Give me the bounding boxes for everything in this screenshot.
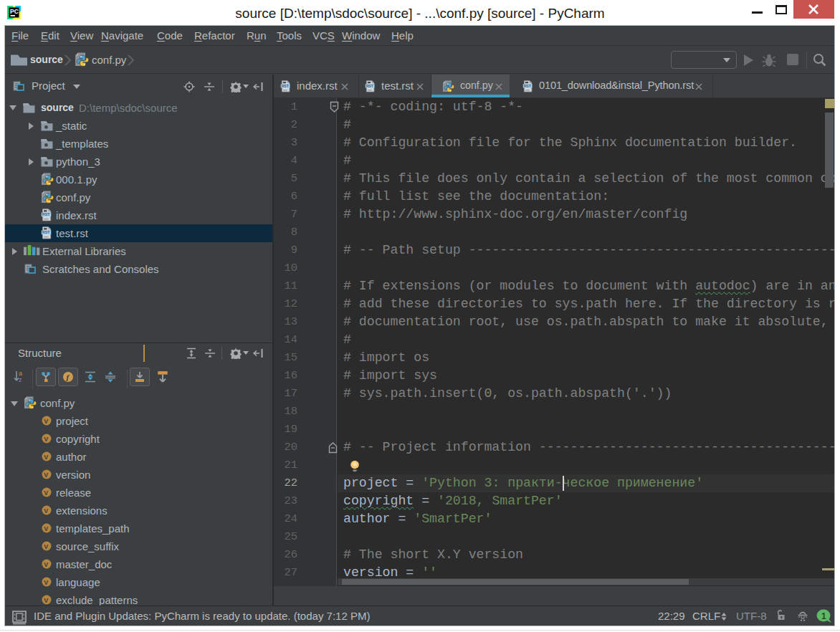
svg-text:z: z	[19, 376, 22, 383]
svg-text:1: 1	[821, 611, 826, 621]
